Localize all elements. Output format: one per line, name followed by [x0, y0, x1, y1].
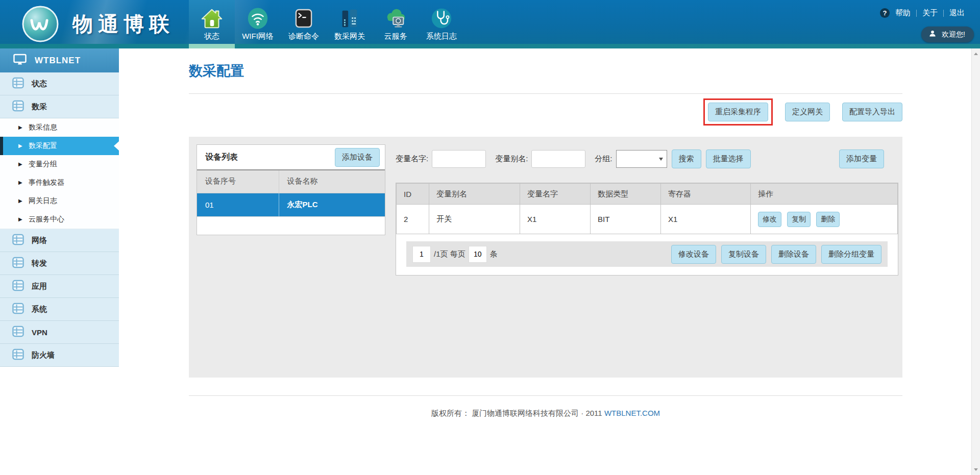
nav-tab-label: 诊断命令: [288, 32, 319, 41]
copy-row-button[interactable]: 复制: [787, 212, 811, 227]
restart-highlight-box: 重启采集程序: [703, 98, 773, 126]
sidebar-submenu: 数采信息 数采配置 变量分组 事件触发器 网关日志 云服务中心: [0, 118, 119, 229]
per-page-input[interactable]: [469, 246, 487, 263]
sidebar-item-network[interactable]: 网络: [0, 229, 119, 252]
grid-icon: [12, 100, 24, 113]
nav-tab-status[interactable]: 状态: [189, 0, 235, 44]
sidebar-item-application[interactable]: 应用: [0, 275, 119, 298]
restart-collector-button[interactable]: 重启采集程序: [708, 103, 768, 121]
device-column-name: 设备名称: [279, 170, 385, 193]
gateway-icon: [338, 7, 361, 30]
copyright-text: 版权所有： 厦门物通博联网络科技有限公司 · 2011: [431, 409, 602, 417]
device-row-selected[interactable]: 01 永宏PLC: [197, 193, 385, 216]
cell-register: X1: [661, 205, 751, 234]
cell-alias: 开关: [429, 205, 520, 234]
cell-name: X1: [520, 205, 591, 234]
sidebar-item-label: 防火墙: [32, 351, 55, 360]
sidebar-item-collection-info[interactable]: 数采信息: [0, 118, 119, 137]
pagination-bar: /1页 每页 条 修改设备 复制设备 删除设备 删除分组变量: [406, 241, 888, 267]
sidebar-subitem-label: 变量分组: [29, 160, 57, 169]
main-content: 数采配置 重启采集程序 定义网关 配置导入导出 设备列表 添加设备 设备序号: [119, 48, 971, 475]
page-title: 数采配置: [189, 62, 244, 80]
stethoscope-icon: [430, 7, 453, 30]
config-import-export-button[interactable]: 配置导入导出: [842, 103, 902, 121]
sidebar-item-system[interactable]: 系统: [0, 298, 119, 321]
cell-actions: 修改 复制 删除: [751, 205, 898, 234]
nav-tab-label: 云服务: [384, 32, 407, 41]
column-alias: 变量别名: [429, 184, 520, 205]
sidebar-item-event-trigger[interactable]: 事件触发器: [0, 173, 119, 192]
sidebar-item-label: 系统: [32, 305, 47, 314]
search-button[interactable]: 搜索: [672, 149, 701, 168]
footer: 版权所有： 厦门物通博联网络科技有限公司 · 2011 WTBLNET.COM: [189, 409, 902, 418]
delete-group-variable-button[interactable]: 删除分组变量: [821, 245, 881, 264]
page-number-input[interactable]: [412, 246, 431, 263]
grid-icon: [12, 303, 24, 316]
sidebar-item-vpn[interactable]: VPN: [0, 321, 119, 344]
add-device-button[interactable]: 添加设备: [335, 148, 380, 167]
header-bottom-strip: [0, 44, 980, 48]
help-link[interactable]: 帮助: [895, 8, 911, 18]
variable-alias-input[interactable]: [531, 150, 585, 168]
link-divider: [943, 10, 944, 17]
sidebar-subitem-label: 事件触发器: [29, 178, 64, 187]
brand-name: 物通博联: [72, 10, 175, 38]
main-nav: 状态 WIFI网络: [189, 0, 464, 44]
sidebar-item-status[interactable]: 状态: [0, 72, 119, 95]
footer-divider: [189, 395, 902, 396]
sidebar-item-forwarding[interactable]: 转发: [0, 252, 119, 275]
define-gateway-button[interactable]: 定义网关: [785, 103, 830, 121]
sidebar-subitem-label: 数采配置: [29, 141, 57, 151]
caret-right-icon: [18, 180, 23, 185]
top-header: 物通博联 状态: [0, 0, 980, 48]
welcome-badge[interactable]: 欢迎您!: [921, 27, 974, 42]
add-variable-button[interactable]: 添加变量: [839, 149, 884, 168]
variable-table: ID 变量别名 变量名字 数据类型 寄存器 操作 2 开关 X1: [396, 183, 898, 234]
nav-tab-wifi[interactable]: WIFI网络: [235, 0, 281, 44]
modify-row-button[interactable]: 修改: [758, 212, 781, 227]
column-id: ID: [397, 184, 429, 205]
terminal-icon: [292, 7, 315, 30]
copy-device-button[interactable]: 复制设备: [721, 245, 766, 264]
group-select[interactable]: [616, 150, 667, 168]
sidebar-item-data-collection[interactable]: 数采: [0, 95, 119, 118]
variable-row: 2 开关 X1 BIT X1 修改 复制 删除: [397, 205, 898, 234]
variable-name-label: 变量名字:: [396, 154, 428, 164]
device-serial: 01: [197, 193, 279, 216]
column-register: 寄存器: [661, 184, 751, 205]
batch-select-button[interactable]: 批量选择: [706, 149, 751, 168]
device-table: 设备序号 设备名称 01 永宏PLC: [197, 170, 385, 217]
per-page-unit: 条: [490, 249, 498, 259]
monitor-icon: [13, 54, 27, 68]
nav-tab-cloud[interactable]: 云服务: [373, 0, 419, 44]
vertical-scrollbar[interactable]: [971, 48, 980, 475]
logout-link[interactable]: 退出: [949, 8, 965, 18]
nav-tab-label: WIFI网络: [242, 32, 274, 41]
column-datatype: 数据类型: [591, 184, 661, 205]
variable-name-input[interactable]: [432, 150, 486, 168]
column-actions: 操作: [751, 184, 898, 205]
nav-tab-syslog[interactable]: 系统日志: [419, 0, 464, 44]
sidebar-item-collection-config[interactable]: 数采配置: [0, 137, 119, 155]
page-toolbar: 重启采集程序 定义网关 配置导入导出: [189, 98, 902, 126]
nav-tab-diagnostics[interactable]: 诊断命令: [281, 0, 327, 44]
nav-tab-gateway[interactable]: 数采网关: [327, 0, 373, 44]
device-name: 永宏PLC: [279, 193, 385, 216]
sidebar-item-gateway-log[interactable]: 网关日志: [0, 192, 119, 210]
sidebar-item-label: VPN: [32, 328, 47, 337]
column-name: 变量名字: [520, 184, 591, 205]
delete-row-button[interactable]: 删除: [816, 212, 840, 227]
sidebar-item-label: 转发: [32, 259, 47, 268]
sidebar-item-label: 数采: [32, 102, 47, 112]
about-link[interactable]: 关于: [922, 8, 938, 18]
delete-device-button[interactable]: 删除设备: [771, 245, 816, 264]
page-count-text: /1页 每页: [434, 249, 465, 259]
sidebar-item-variable-group[interactable]: 变量分组: [0, 155, 119, 173]
sidebar-item-cloud-center[interactable]: 云服务中心: [0, 210, 119, 229]
sidebar-item-firewall[interactable]: 防火墙: [0, 344, 119, 367]
scroll-down-icon[interactable]: [972, 465, 980, 474]
modify-device-button[interactable]: 修改设备: [671, 245, 716, 264]
scroll-up-icon[interactable]: [972, 49, 980, 58]
footer-site-link[interactable]: WTBLNET.COM: [604, 409, 660, 417]
help-icon: ?: [880, 8, 890, 18]
